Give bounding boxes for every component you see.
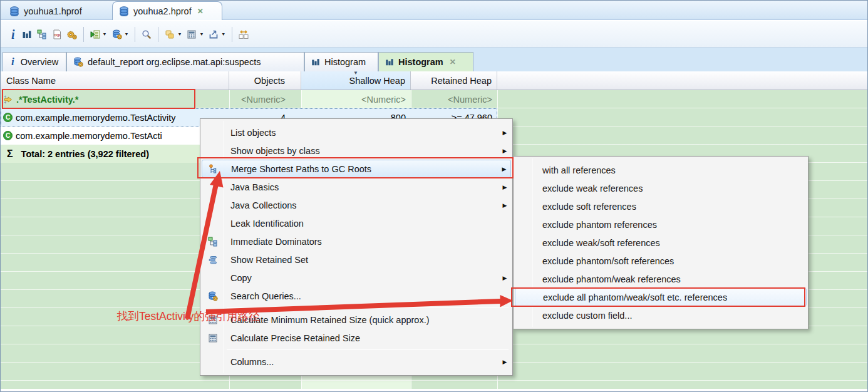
dominator-tree-icon [37, 29, 47, 39]
thread-overview-button[interactable] [65, 28, 80, 41]
compare-icon [239, 29, 249, 39]
submenu-arrow-icon: ▶ [499, 202, 511, 209]
histogram-button[interactable] [19, 28, 34, 41]
submenu-item-exclude-all-phantom-weak-soft[interactable]: exclude all phantom/weak/soft etc. refer… [515, 288, 807, 306]
class-icon: C [3, 113, 13, 122]
retained-heap-filter-input[interactable]: <Numeric> [411, 90, 497, 108]
chevron-down-icon[interactable]: ▼ [220, 32, 225, 36]
chevron-down-icon[interactable]: ▼ [102, 32, 107, 36]
menu-item-show-retained-set[interactable]: Show Retained Set [202, 250, 511, 269]
search-icon [142, 29, 152, 39]
chevron-down-icon[interactable]: ▼ [124, 32, 129, 36]
context-menu: List objects ▶ Show objects by class ▶ M… [200, 118, 513, 376]
gc-roots-submenu: with all references exclude weak referen… [513, 156, 809, 329]
menu-separator [227, 307, 509, 308]
submenu-item-exclude-phantom-weak[interactable]: exclude phantom/weak references [515, 270, 807, 288]
search-button[interactable] [139, 28, 154, 41]
column-header-retained-heap[interactable]: Retained Heap [411, 71, 497, 90]
shallow-heap-filter-input[interactable]: <Numeric> [301, 90, 411, 108]
view-tab-label: Overview [21, 57, 58, 67]
submenu-item-exclude-phantom[interactable]: exclude phantom references [515, 215, 807, 234]
submenu-item-with-all-references[interactable]: with all references [515, 161, 807, 179]
view-tab-overview[interactable]: i Overview [3, 52, 66, 71]
view-tab-label: default_report org.eclipse.mat.api:suspe… [88, 57, 261, 67]
export-icon [209, 29, 219, 39]
menu-item-columns[interactable]: Columns... ▶ [202, 353, 511, 371]
menu-item-calc-minimum-retained-size[interactable]: Calculate Minimum Retained Size (quick a… [202, 311, 511, 329]
heap-dump-icon [119, 6, 129, 16]
overview-info-button[interactable]: i [7, 28, 19, 41]
editor-tab-bar: youhua1.hprof youhua2.hprof ✕ [1, 1, 867, 20]
menu-separator [227, 349, 509, 350]
editor-tab-youhua1[interactable]: youhua1.hprof [3, 3, 102, 19]
column-header-shallow-heap[interactable]: ▼ Shallow Heap [301, 71, 411, 90]
gears-icon [67, 29, 77, 39]
histogram-icon [22, 29, 32, 39]
dominator-tree-button[interactable] [34, 28, 49, 41]
submenu-item-exclude-phantom-soft[interactable]: exclude phantom/soft references [515, 252, 807, 270]
export-button[interactable]: ▼ [206, 28, 228, 41]
toolbar-separator [232, 27, 232, 42]
close-icon[interactable]: ✕ [196, 7, 204, 16]
editor-tab-label: youhua1.hprof [24, 6, 82, 16]
view-tab-histogram-2[interactable]: Histogram ✕ [378, 52, 473, 71]
oql-icon [52, 29, 62, 39]
histogram-icon [311, 58, 320, 66]
calculator-icon [208, 315, 218, 325]
heap-dump-icon [9, 6, 19, 16]
submenu-item-exclude-weak-soft[interactable]: exclude weak/soft references [515, 234, 807, 252]
sigma-icon: Σ [3, 148, 18, 160]
menu-item-calc-precise-retained-size[interactable]: Calculate Precise Retained Size [202, 329, 511, 347]
view-tab-default-report[interactable]: default_report org.eclipse.mat.api:suspe… [66, 52, 304, 71]
column-header-class-name[interactable]: Class Name [1, 71, 229, 90]
oql-button[interactable] [49, 28, 65, 41]
calculator-icon [208, 333, 218, 343]
histogram-table-header: Class Name Objects ▼ Shallow Heap Retain… [1, 71, 867, 90]
submenu-item-exclude-weak[interactable]: exclude weak references [515, 179, 807, 197]
query-browser-button[interactable]: ▼ [110, 28, 132, 41]
menu-item-list-objects[interactable]: List objects ▶ [202, 123, 511, 142]
menu-item-leak-identification[interactable]: Leak Identification [202, 214, 511, 232]
menu-item-copy[interactable]: Copy ▶ [202, 269, 511, 287]
submenu-arrow-icon: ▶ [499, 130, 511, 136]
menu-item-java-basics[interactable]: Java Basics ▶ [202, 178, 511, 196]
immediate-dominators-icon [208, 237, 218, 247]
submenu-arrow-icon: ▶ [499, 359, 511, 365]
run-report-icon [90, 29, 100, 39]
close-icon[interactable]: ✕ [448, 58, 456, 66]
view-tab-label: Histogram [398, 57, 443, 67]
view-tab-histogram-1[interactable]: Histogram [304, 52, 378, 71]
calculate-retained-size-button[interactable]: ▼ [184, 28, 206, 41]
submenu-item-exclude-custom-field[interactable]: exclude custom field... [515, 306, 807, 324]
submenu-arrow-icon: ▶ [498, 166, 510, 172]
compare-tables-button[interactable] [236, 28, 251, 41]
group-folders-icon [165, 29, 175, 39]
filter-row: .*TestActivity.* <Numeric> <Numeric> <Nu… [1, 90, 497, 108]
menu-item-java-collections[interactable]: Java Collections ▶ [202, 196, 511, 214]
group-by-button[interactable]: ▼ [162, 28, 184, 41]
view-tab-bar: i Overview default_report org.eclipse.ma… [1, 48, 867, 71]
run-expert-test-button[interactable]: ▼ [88, 28, 110, 41]
menu-item-immediate-dominators[interactable]: Immediate Dominators [202, 232, 511, 250]
filter-icon [3, 95, 13, 105]
main-toolbar: i ▼ ▼ ▼ [1, 21, 867, 48]
menu-item-merge-shortest-paths[interactable]: Merge Shortest Paths to GC Roots ▶ [202, 160, 511, 178]
chevron-down-icon[interactable]: ▼ [199, 32, 204, 36]
retained-set-icon [208, 255, 218, 265]
column-header-objects[interactable]: Objects [229, 71, 301, 90]
submenu-item-exclude-soft[interactable]: exclude soft references [515, 197, 807, 215]
menu-item-show-objects-by-class[interactable]: Show objects by class ▶ [202, 142, 511, 160]
sort-indicator-icon: ▼ [353, 70, 358, 76]
info-icon: i [9, 29, 17, 39]
class-icon: C [3, 131, 13, 140]
info-icon: i [9, 57, 16, 67]
total-label: Total: 2 entries (3,922 filtered) [21, 149, 149, 159]
chevron-down-icon[interactable]: ▼ [177, 32, 182, 36]
editor-tab-youhua2[interactable]: youhua2.hprof ✕ [112, 1, 222, 20]
class-name-filter-input[interactable]: .*TestActivity.* [1, 90, 229, 108]
toolbar-separator [158, 27, 158, 42]
class-name-cell: com.example.memorydemo.TestActivity [16, 113, 175, 123]
menu-item-search-queries[interactable]: Search Queries... [202, 287, 511, 305]
objects-filter-input[interactable]: <Numeric> [229, 90, 301, 108]
submenu-arrow-icon: ▶ [499, 148, 511, 154]
